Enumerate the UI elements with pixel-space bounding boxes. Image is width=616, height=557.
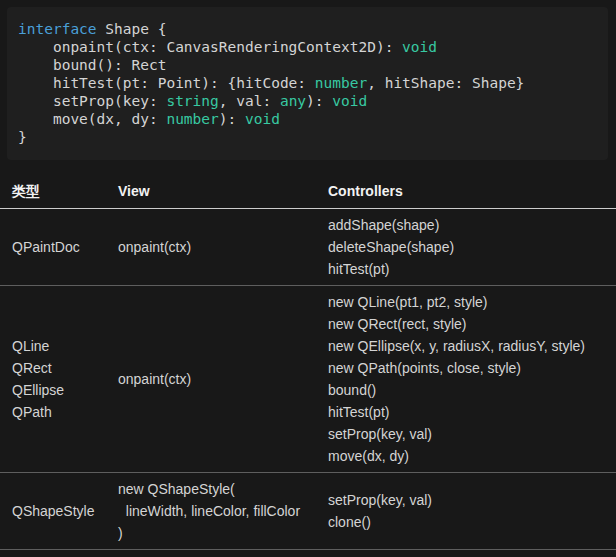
code-token-plain: move(dx, dy: xyxy=(18,111,166,127)
column-header-controllers: Controllers xyxy=(316,174,616,209)
cell-line: ) xyxy=(118,522,310,544)
cell-line: deleteShape(shape) xyxy=(328,236,610,258)
cell-type-row2: QShapeStyle xyxy=(0,473,106,550)
code-token-plain: ): xyxy=(219,111,245,127)
code-token-type: void xyxy=(245,111,280,127)
cell-type-row1: QLineQRectQEllipseQPath xyxy=(0,286,106,473)
code-line-6: } xyxy=(18,128,598,146)
code-line-3: hitTest(pt: Point): {hitCode: number, hi… xyxy=(18,74,598,92)
code-token-plain: bound(): Rect xyxy=(18,57,166,73)
code-line-0: interface Shape { xyxy=(18,20,598,38)
table-row-1: QLineQRectQEllipseQPathonpaint(ctx)new Q… xyxy=(0,286,616,473)
cell-line: bound() xyxy=(328,379,610,401)
code-line-5: move(dx, dy: number): void xyxy=(18,110,598,128)
code-token-plain: , hitShape: Shape} xyxy=(367,75,524,91)
code-token-keyword: interface xyxy=(18,21,97,37)
cell-line: new QPath(points, close, style) xyxy=(328,357,610,379)
code-token-plain: hitTest(pt: Point): {hitCode: xyxy=(18,75,315,91)
cell-line: QPath xyxy=(12,401,100,423)
code-token-plain: Shape { xyxy=(97,21,167,37)
code-token-type: number xyxy=(315,75,367,91)
code-line-4: setProp(key: string, val: any): void xyxy=(18,92,598,110)
cell-line: clone() xyxy=(328,511,610,533)
cell-view-row2: new QShapeStyle( lineWidth, lineColor, f… xyxy=(106,473,316,550)
cell-line: onpaint(ctx) xyxy=(118,236,310,258)
cell-type-row0: QPaintDoc xyxy=(0,209,106,286)
cell-line: QPaintDoc xyxy=(12,236,100,258)
column-header-type: 类型 xyxy=(0,174,106,209)
code-token-plain: } xyxy=(18,129,27,145)
cell-line: setProp(key, val) xyxy=(328,423,610,445)
cell-line: new QLine(pt1, pt2, style) xyxy=(328,291,610,313)
code-token-plain: setProp(key: xyxy=(18,93,166,109)
code-token-type: any xyxy=(280,93,306,109)
code-token-type: void xyxy=(332,93,367,109)
cell-line: QLine xyxy=(12,335,100,357)
code-line-2: bound(): Rect xyxy=(18,56,598,74)
cell-line: hitTest(pt) xyxy=(328,258,610,280)
cell-controllers-row2: setProp(key, val)clone() xyxy=(316,473,616,550)
cell-controllers-row1: new QLine(pt1, pt2, style)new QRect(rect… xyxy=(316,286,616,473)
cell-line: new QEllipse(x, y, radiusX, radiusY, sty… xyxy=(328,335,610,357)
table-header-row: 类型 View Controllers xyxy=(0,174,616,209)
code-token-type: string xyxy=(166,93,218,109)
page: interface Shape { onpaint(ctx: CanvasRen… xyxy=(0,7,616,550)
code-line-1: onpaint(ctx: CanvasRenderingContext2D): … xyxy=(18,38,598,56)
cell-line: hitTest(pt) xyxy=(328,401,610,423)
cell-line: setProp(key, val) xyxy=(328,489,610,511)
cell-view-row1: onpaint(ctx) xyxy=(106,286,316,473)
table-row-2: QShapeStylenew QShapeStyle( lineWidth, l… xyxy=(0,473,616,550)
code-token-plain: onpaint(ctx: CanvasRenderingContext2D): xyxy=(18,39,402,55)
cell-line: move(dx, dy) xyxy=(328,445,610,467)
cell-line: onpaint(ctx) xyxy=(118,368,310,390)
cell-line: new QRect(rect, style) xyxy=(328,313,610,335)
cell-controllers-row0: addShape(shape)deleteShape(shape)hitTest… xyxy=(316,209,616,286)
cell-line: addShape(shape) xyxy=(328,214,610,236)
code-token-plain: , val: xyxy=(219,93,280,109)
cell-line: QEllipse xyxy=(12,379,100,401)
code-token-type: void xyxy=(402,39,437,55)
cell-line: lineWidth, lineColor, fillColor xyxy=(118,500,310,522)
cell-line: QShapeStyle xyxy=(12,500,100,522)
interface-shape-code-block: interface Shape { onpaint(ctx: CanvasRen… xyxy=(7,7,608,160)
cell-line: QRect xyxy=(12,357,100,379)
cell-view-row0: onpaint(ctx) xyxy=(106,209,316,286)
api-table: 类型 View Controllers QPaintDoconpaint(ctx… xyxy=(0,174,616,550)
cell-line: new QShapeStyle( xyxy=(118,478,310,500)
code-token-type: number xyxy=(166,111,218,127)
column-header-view: View xyxy=(106,174,316,209)
code-token-plain: ): xyxy=(306,93,332,109)
table-row-0: QPaintDoconpaint(ctx)addShape(shape)dele… xyxy=(0,209,616,286)
